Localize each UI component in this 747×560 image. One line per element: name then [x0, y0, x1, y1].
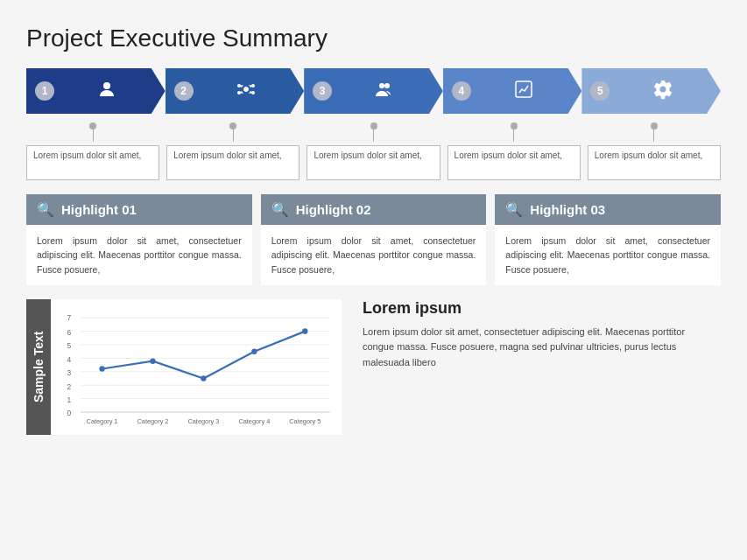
step-detail-5: Lorem ipsum dolor sit amet,: [588, 122, 721, 180]
svg-text:6: 6: [67, 328, 72, 337]
step-block-5: 5: [581, 68, 721, 114]
svg-text:4: 4: [67, 354, 72, 363]
bottom-row: Sample Text 7 6 5 4 3 2 1 0: [26, 299, 721, 435]
highlight-title-2: Highlight 02: [296, 202, 371, 217]
svg-text:2: 2: [67, 382, 72, 390]
lorem-title: Lorem ipsum: [363, 299, 717, 318]
step-dot-line-5: [651, 122, 658, 142]
step-icon-5: [615, 79, 710, 104]
step-num-5: 5: [590, 81, 610, 101]
step-block-2: 2: [166, 68, 305, 114]
step-icon-4: [476, 79, 572, 104]
step-dot-2: [229, 122, 236, 130]
svg-text:Category 3: Category 3: [187, 417, 219, 425]
step-detail-box-3: Lorem ipsum dolor sit amet,: [307, 145, 440, 180]
svg-point-29: [99, 366, 104, 372]
svg-text:Category 4: Category 4: [238, 417, 270, 425]
svg-point-1: [237, 84, 241, 88]
step-icon-1: [60, 79, 155, 104]
step-dot-line-4: [511, 122, 518, 142]
step-detail-box-2: Lorem ipsum dolor sit amet,: [166, 145, 300, 180]
step-detail-1: Lorem ipsum dolor sit amet,: [26, 122, 159, 180]
step-shape-1: 1: [26, 68, 166, 114]
lorem-body: Lorem ipsum dolor sit amet, consectetuer…: [363, 325, 717, 371]
step-detail-box-4: Lorem ipsum dolor sit amet,: [447, 145, 581, 180]
step-block-3: 3: [304, 68, 443, 114]
step-icon-3: [337, 79, 433, 104]
highlight-header-2: 🔍 Highlight 02: [261, 194, 487, 225]
sample-text-bar: Sample Text: [26, 299, 51, 435]
svg-text:3: 3: [67, 368, 72, 377]
svg-point-0: [103, 82, 110, 89]
highlight-header-1: 🔍 Highlight 01: [26, 194, 252, 225]
slide: Project Executive Summary 1 2 3: [0, 0, 747, 560]
svg-text:1: 1: [67, 396, 72, 404]
svg-point-3: [237, 91, 241, 94]
step-detail-box-1: Lorem ipsum dolor sit amet,: [26, 145, 159, 180]
svg-point-31: [201, 375, 206, 382]
step-num-1: 1: [35, 81, 54, 101]
steps-details: Lorem ipsum dolor sit amet, Lorem ipsum …: [26, 122, 721, 180]
step-detail-box-5: Lorem ipsum dolor sit amet,: [588, 145, 721, 180]
svg-point-6: [384, 83, 390, 88]
step-detail-3: Lorem ipsum dolor sit amet,: [307, 122, 440, 180]
svg-rect-7: [516, 81, 532, 97]
step-num-4: 4: [452, 81, 471, 101]
step-num-2: 2: [174, 81, 194, 101]
step-shape-3: 3: [304, 68, 443, 114]
step-num-3: 3: [313, 81, 332, 101]
highlight-block-1: 🔍 Highlight 01 Lorem ipsum dolor sit ame…: [26, 194, 252, 285]
svg-text:7: 7: [67, 313, 72, 322]
svg-text:0: 0: [67, 409, 72, 417]
page-title: Project Executive Summary: [26, 24, 721, 52]
svg-point-4: [251, 91, 255, 94]
step-shape-4: 4: [443, 68, 582, 114]
svg-text:Category 1: Category 1: [87, 417, 118, 425]
step-line-4: [513, 130, 514, 142]
step-dot-4: [511, 122, 518, 130]
step-line-3: [373, 130, 374, 142]
highlight-body-3: Lorem ipsum dolor sit amet, consectetuer…: [495, 225, 721, 285]
lorem-section: Lorem ipsum Lorem ipsum dolor sit amet, …: [359, 299, 721, 435]
svg-text:Category 5: Category 5: [289, 417, 321, 425]
step-block-4: 4: [443, 68, 582, 114]
line-chart: 7 6 5 4 3 2 1 0: [58, 306, 335, 431]
highlights-row: 🔍 Highlight 01 Lorem ipsum dolor sit ame…: [26, 194, 721, 285]
chart-area: 7 6 5 4 3 2 1 0: [51, 299, 342, 435]
svg-point-30: [150, 358, 155, 364]
svg-text:Category 2: Category 2: [137, 417, 169, 425]
search-icon-3: 🔍: [505, 201, 523, 218]
step-shape-2: 2: [166, 68, 305, 114]
step-detail-4: Lorem ipsum dolor sit amet,: [447, 122, 581, 180]
step-line-5: [653, 130, 654, 142]
highlight-block-3: 🔍 Highlight 03 Lorem ipsum dolor sit ame…: [495, 194, 721, 285]
search-icon-1: 🔍: [37, 201, 54, 218]
step-dot-line-1: [89, 122, 96, 142]
svg-text:5: 5: [67, 341, 72, 350]
highlight-body-1: Lorem ipsum dolor sit amet, consectetuer…: [26, 225, 252, 285]
step-block-1: 1: [26, 68, 166, 114]
highlight-title-1: Highlight 01: [61, 202, 137, 217]
step-icon-2: [199, 79, 294, 104]
highlight-title-3: Highlight 03: [530, 202, 605, 217]
step-dot-5: [651, 122, 658, 130]
chart-container: Sample Text 7 6 5 4 3 2 1 0: [26, 299, 342, 435]
step-shape-5: 5: [581, 68, 721, 114]
svg-point-5: [379, 83, 384, 88]
step-dot-line-3: [370, 122, 377, 142]
step-dot-1: [89, 122, 96, 130]
step-line-2: [233, 130, 234, 142]
search-icon-2: 🔍: [271, 201, 289, 218]
highlight-body-2: Lorem ipsum dolor sit amet, consectetuer…: [261, 225, 487, 285]
step-dot-line-2: [229, 122, 236, 142]
step-dot-3: [370, 122, 377, 130]
highlight-block-2: 🔍 Highlight 02 Lorem ipsum dolor sit ame…: [261, 194, 487, 285]
step-line-1: [93, 130, 94, 142]
steps-row: 1 2 3 4: [26, 68, 721, 114]
svg-point-32: [251, 348, 257, 354]
highlight-header-3: 🔍 Highlight 03: [495, 194, 721, 225]
svg-point-2: [251, 84, 255, 88]
svg-point-33: [302, 328, 307, 334]
step-detail-2: Lorem ipsum dolor sit amet,: [166, 122, 300, 180]
